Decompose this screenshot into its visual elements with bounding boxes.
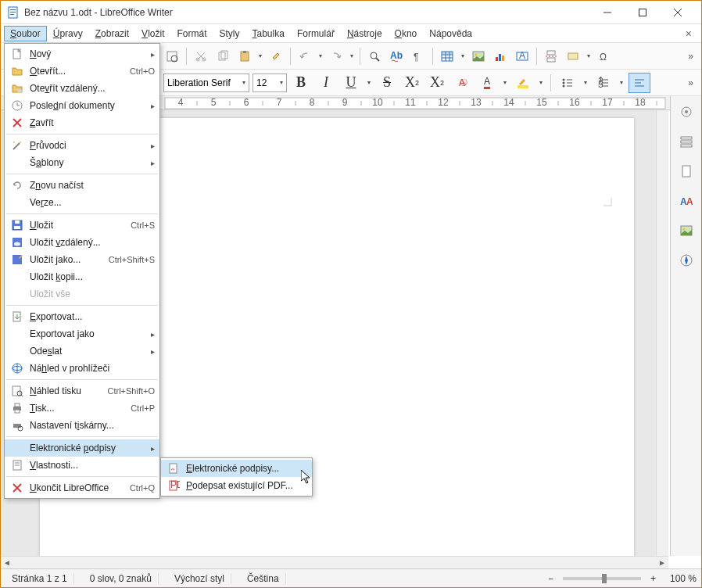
sidebar-styles-icon[interactable]: AA (675, 190, 697, 212)
format-paint-icon[interactable] (266, 46, 286, 66)
menu-item-posledn-dokumenty[interactable]: Poslední dokumenty▸ (5, 97, 159, 114)
print-preview-icon[interactable] (162, 46, 182, 66)
highlight-button[interactable] (512, 73, 534, 93)
menu-item-ukon-it-libreoffice[interactable]: Ukončit LibreOfficeCtrl+Q (5, 479, 159, 497)
font-size-combo[interactable]: 12▾ (253, 74, 287, 92)
menu-item-ulo-it-kopii-[interactable]: Uložit kopii... (5, 268, 159, 285)
menu-item-exportovat-[interactable]: Exportovat... (5, 308, 159, 325)
menu-item-otev-t-vzd-len-[interactable]: Otevřít vzdálený... (5, 80, 159, 97)
font-color-dropdown[interactable]: ▾ (501, 79, 509, 86)
menu-tabulka[interactable]: Tabulka (246, 26, 291, 41)
menu-nastroje[interactable]: Nástroje (341, 26, 389, 41)
maximize-button[interactable] (625, 2, 660, 23)
font-color-button[interactable]: A (476, 73, 498, 93)
status-zoom[interactable]: 100 % (670, 573, 697, 584)
cut-icon[interactable] (191, 46, 211, 66)
menu-item-elektronick-podpisy[interactable]: Elektronické podpisy▸ (5, 439, 159, 457)
field-icon[interactable] (563, 46, 583, 66)
undo-icon[interactable] (295, 46, 315, 66)
paste-dropdown[interactable]: ▾ (256, 52, 264, 59)
textbox-icon[interactable]: A (512, 46, 532, 66)
menu-format[interactable]: Formát (170, 26, 213, 41)
superscript-button[interactable]: X2 (401, 73, 423, 93)
menu-item-ulo-it[interactable]: UložitCtrl+S (5, 217, 159, 234)
horizontal-scrollbar[interactable]: ◄► (1, 556, 668, 568)
clear-format-button[interactable]: A⃠ (451, 73, 473, 93)
vertical-scrollbar[interactable] (656, 110, 668, 556)
menu-zobrazit[interactable]: Zobrazit (89, 26, 135, 41)
menu-formular[interactable]: Formulář (291, 26, 341, 41)
status-words[interactable]: 0 slov, 0 znaků (84, 573, 159, 584)
underline-button[interactable]: U (340, 73, 362, 93)
zoom-out-icon[interactable]: − (548, 573, 553, 584)
table-icon[interactable] (437, 46, 457, 66)
menu-item-ulo-it-v-e[interactable]: Uložit vše (5, 285, 159, 303)
sidebar-navigator-icon[interactable] (675, 249, 697, 271)
redo-icon[interactable] (326, 46, 346, 66)
image-icon[interactable] (468, 46, 489, 66)
status-style[interactable]: Výchozí styl (168, 573, 231, 584)
menu-napoveda[interactable]: Nápověda (423, 26, 478, 41)
paste-icon[interactable] (235, 46, 255, 66)
menu-item-vlastnosti-[interactable]: Vlastnosti... (5, 457, 159, 474)
menu-item-znovu-na-st[interactable]: Znovu načíst (5, 177, 159, 194)
menu-vlozit[interactable]: Vložit (135, 26, 170, 41)
menu-styly[interactable]: Styly (213, 26, 245, 41)
menu-item-ulo-it-jako-[interactable]: Uložit jako...Ctrl+Shift+S (5, 251, 159, 268)
menu-upravy[interactable]: Úpravy (47, 26, 89, 41)
close-button[interactable] (660, 2, 695, 23)
underline-dropdown[interactable]: ▾ (365, 79, 373, 86)
sidebar-settings-icon[interactable] (675, 101, 697, 123)
spellcheck-icon[interactable]: Abç (386, 46, 407, 66)
redo-dropdown[interactable]: ▾ (348, 52, 356, 59)
find-icon[interactable] (364, 46, 385, 66)
numbering-dropdown[interactable]: ▾ (618, 79, 625, 86)
menu-item-n-hled-v-prohl-e-i[interactable]: Náhled v prohlížeči (5, 360, 159, 377)
copy-icon[interactable] (213, 46, 233, 66)
submenu-item-podepsat-existuj-c-pdf-[interactable]: PDFPodepsat existující PDF... (161, 477, 312, 494)
menu-item-n-hled-tisku[interactable]: Náhled tiskuCtrl+Shift+O (5, 382, 159, 400)
sidebar-page-icon[interactable] (675, 160, 697, 182)
sidebar-properties-icon[interactable] (675, 131, 697, 152)
menu-item-exportovat-jako[interactable]: Exportovat jako▸ (5, 325, 159, 342)
subscript-button[interactable]: X2 (426, 73, 448, 93)
pagebreak-icon[interactable] (541, 46, 561, 66)
pilcrow-icon[interactable]: ¶ (408, 46, 428, 66)
font-name-combo[interactable]: Liberation Serif▾ (163, 74, 249, 92)
numbering-button[interactable]: 123 (593, 73, 614, 93)
toolbar-overflow-icon[interactable]: » (683, 51, 698, 62)
menu-item-otev-t-[interactable]: Otevřít...Ctrl+O (5, 63, 159, 80)
undo-dropdown[interactable]: ▾ (317, 52, 324, 59)
doc-close-icon[interactable]: × (679, 27, 698, 40)
status-page[interactable]: Stránka 1 z 1 (5, 573, 74, 584)
menu-item-verze-[interactable]: Verze... (5, 194, 159, 211)
align-left-button[interactable] (629, 73, 650, 93)
menu-item-tisk-[interactable]: Tisk...Ctrl+P (5, 400, 159, 417)
italic-button[interactable]: I (315, 73, 337, 93)
fmtbar-overflow-icon[interactable]: » (683, 77, 698, 88)
menu-item-nastaven-tisk-rny-[interactable]: Nastavení tiskárny... (5, 417, 159, 434)
zoom-in-icon[interactable]: + (650, 573, 656, 584)
menu-item-ulo-it-vzd-len-[interactable]: Uložit vzdálený... (5, 234, 159, 251)
submenu-item-elektronick-podpisy-[interactable]: Elektronické podpisy... (161, 460, 312, 477)
menu-item--ablony[interactable]: Šablony▸ (5, 154, 159, 171)
minimize-button[interactable] (589, 2, 625, 23)
menu-item-pr-vodci[interactable]: Průvodci▸ (5, 137, 159, 154)
special-char-icon[interactable]: Ω (594, 46, 614, 66)
menu-item-zav-t[interactable]: Zavřít (5, 114, 159, 131)
menu-item-odeslat[interactable]: Odeslat▸ (5, 342, 159, 360)
menu-soubor[interactable]: Soubor (4, 26, 47, 41)
menu-item-nov-[interactable]: Nový▸ (5, 45, 159, 63)
table-dropdown[interactable]: ▾ (459, 52, 467, 59)
field-dropdown[interactable]: ▾ (585, 52, 593, 59)
bold-button[interactable]: B (290, 73, 312, 93)
chart-icon[interactable] (490, 46, 510, 66)
strike-button[interactable]: S (376, 73, 398, 93)
bullets-button[interactable] (557, 73, 578, 93)
status-lang[interactable]: Čeština (241, 573, 286, 584)
zoom-slider[interactable] (563, 577, 641, 580)
bullets-dropdown[interactable]: ▾ (582, 79, 589, 86)
menu-okno[interactable]: Okno (389, 26, 424, 41)
sidebar-gallery-icon[interactable] (675, 220, 697, 242)
highlight-dropdown[interactable]: ▾ (537, 79, 545, 86)
